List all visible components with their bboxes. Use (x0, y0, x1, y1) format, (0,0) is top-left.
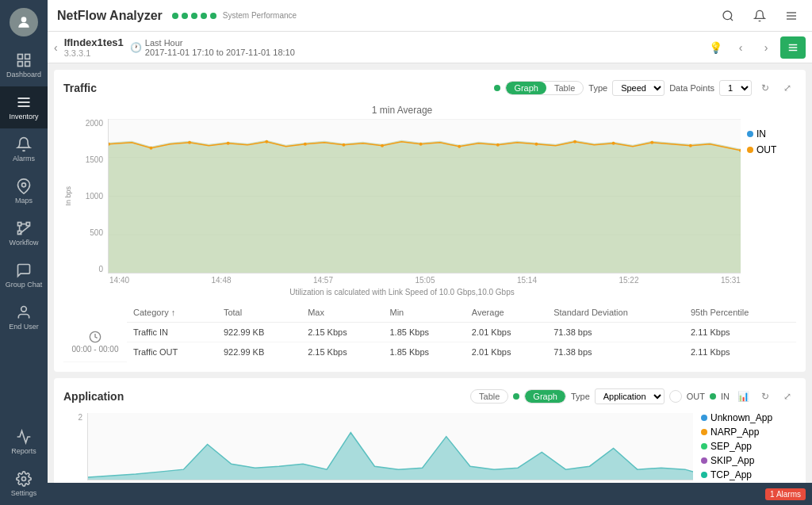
topbar: NetFlow Analyzer System Performance (48, 0, 812, 32)
graph-table-toggle[interactable]: Graph Table (505, 81, 584, 95)
data-points-select[interactable]: 1 (719, 80, 752, 96)
app-toggle-circle[interactable] (669, 390, 682, 403)
xaxis-1448: 14:48 (211, 276, 231, 285)
type-select[interactable]: Speed (612, 80, 665, 96)
legend-tcp-app: TCP_App (701, 469, 796, 480)
traffic-svg (109, 119, 741, 273)
row1-max: 2.15 Kbps (301, 323, 383, 342)
prev-button[interactable]: ‹ (730, 36, 752, 59)
refresh-icon[interactable]: ↻ (756, 79, 774, 97)
app-table-toggle-btn[interactable]: Table (471, 390, 508, 403)
light-bulb-button[interactable]: 💡 (704, 36, 726, 59)
legend-skip-app: SKIP_App (701, 455, 796, 466)
svg-point-40 (496, 143, 500, 147)
status-dot-2 (182, 13, 188, 19)
legend-out: OUT (747, 144, 796, 155)
row2-stddev: 71.38 bps (547, 342, 684, 362)
app-chart-area: 2 Unknown_App (63, 413, 796, 480)
app-chart-svg-container (87, 413, 693, 480)
type-label: Type (588, 83, 607, 93)
row2-category: Traffic OUT (127, 342, 217, 362)
svg-rect-3 (18, 62, 23, 67)
graph-toggle-btn[interactable]: Graph (506, 82, 546, 94)
time-range-label: 00:00 - 00:00 (72, 345, 119, 354)
notifications-icon[interactable] (749, 5, 771, 27)
app-legend: Unknown_App NARP_App SEP_App SKIP_App (693, 413, 796, 480)
col-stddev: Standard Deviation (547, 303, 684, 323)
sidebar-item-dashboard[interactable]: Dashboard (0, 44, 48, 86)
sidebar-item-reports[interactable]: Reports (0, 421, 48, 463)
alarm-badge[interactable]: 1 Alarms (765, 488, 806, 500)
device-info: IfIndex1tes1 3.3.3.1 (64, 36, 124, 58)
yaxis-1000: 1000 (76, 192, 103, 201)
yaxis-label-container: In bps (63, 119, 73, 274)
svg-point-8 (22, 183, 26, 187)
col-total: Total (217, 303, 301, 323)
sidebar-item-enduser-label: End User (9, 323, 39, 331)
fullscreen-icon[interactable]: ⤢ (779, 79, 796, 97)
sidebar-item-maps[interactable]: Maps (0, 170, 48, 212)
row1-category: Traffic IN (127, 323, 217, 342)
legend-in-label: IN (756, 128, 766, 140)
menu-hamburger-button[interactable] (780, 36, 806, 59)
app-graph-table-toggle[interactable]: Table (470, 389, 508, 404)
sidebar-item-dashboard-label: Dashboard (6, 71, 41, 78)
next-button[interactable]: › (755, 36, 777, 59)
time-details: Last Hour 2017-11-01 17:10 to 2017-11-01… (145, 38, 295, 57)
navbar-actions: 💡 ‹ › (704, 36, 806, 59)
traffic-title: Traffic (63, 82, 486, 94)
sidebar-item-enduser[interactable]: End User (0, 296, 48, 339)
legend-narp-app-dot (701, 429, 707, 435)
in-dot (710, 393, 716, 400)
svg-point-41 (534, 143, 538, 146)
legend-unknown-app: Unknown_App (701, 412, 796, 423)
legend-skip-app-label: SKIP_App (710, 455, 754, 466)
status-dot-5 (210, 13, 216, 19)
sidebar-item-settings[interactable]: Settings (0, 463, 48, 505)
sidebar-item-workflow[interactable]: Workflow (0, 212, 48, 254)
sidebar-item-inventory[interactable]: Inventory (0, 86, 48, 128)
app-type-select[interactable]: Application (595, 388, 665, 404)
app-svg (88, 413, 693, 480)
sidebar-item-reports-label: Reports (11, 447, 36, 455)
app-fullscreen-icon[interactable]: ⤢ (779, 388, 796, 405)
svg-line-14 (20, 226, 30, 234)
legend-in-dot (747, 131, 753, 137)
traffic-chart: 1 min Average In bps 2000 1500 1000 500 … (63, 105, 741, 296)
navbar: ‹ IfIndex1tes1 3.3.3.1 🕐 Last Hour 2017-… (48, 32, 812, 63)
svg-point-17 (723, 11, 732, 20)
legend-narp-app-label: NARP_App (710, 427, 759, 438)
legend-skip-app-dot (701, 457, 707, 464)
table-toggle-btn[interactable]: Table (546, 82, 583, 94)
svg-point-44 (650, 141, 653, 144)
application-controls: Table Graph Type Application OUT IN 📊 (470, 388, 796, 405)
app-toggle[interactable]: Graph (524, 389, 566, 404)
legend-out-label: OUT (756, 144, 776, 155)
row1-total: 922.99 KB (217, 323, 301, 342)
svg-point-32 (188, 141, 191, 144)
yaxis-1500: 1500 (76, 155, 103, 164)
yaxis-0: 0 (76, 265, 103, 274)
app-graph-toggle-btn[interactable]: Graph (525, 390, 565, 403)
device-ip: 3.3.3.1 (64, 48, 124, 58)
chart-body: In bps 2000 1500 1000 500 0 (63, 119, 741, 274)
sidebar-item-alarms[interactable]: Alarms (0, 128, 48, 170)
svg-rect-4 (25, 62, 30, 67)
avatar[interactable] (10, 8, 38, 36)
sidebar-item-inventory-label: Inventory (9, 113, 38, 121)
back-button[interactable]: ‹ (54, 41, 58, 54)
traffic-chart-wrapper: 1 min Average In bps 2000 1500 1000 500 … (63, 105, 796, 296)
sidebar-item-groupchat-label: Group Chat (6, 281, 43, 289)
search-icon[interactable] (717, 5, 739, 27)
row1-stddev: 71.38 bps (547, 323, 684, 342)
menu-icon[interactable] (780, 5, 802, 27)
app-refresh-icon[interactable]: ↻ (756, 388, 774, 405)
col-max: Max (301, 303, 383, 323)
svg-point-33 (227, 142, 230, 145)
xaxis-1457: 14:57 (313, 276, 333, 285)
svg-point-36 (343, 143, 346, 147)
svg-point-31 (150, 147, 153, 150)
sidebar-item-groupchat[interactable]: Group Chat (0, 254, 48, 296)
yaxis-2000: 2000 (76, 119, 103, 128)
app-bar-icon[interactable]: 📊 (734, 388, 752, 405)
